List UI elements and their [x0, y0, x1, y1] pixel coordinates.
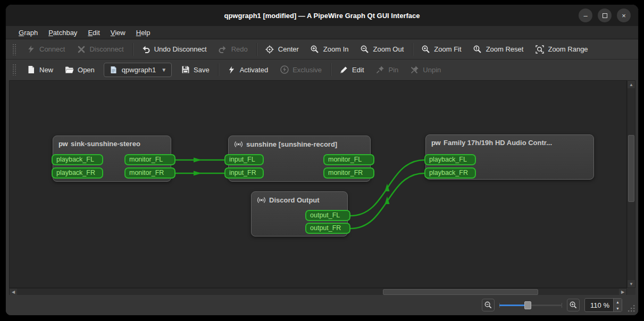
- exclusive-button[interactable]: Exclusive: [274, 62, 328, 78]
- port-monitor-fl[interactable]: monitor_FL: [124, 154, 175, 165]
- statusbar-zoom-in-button[interactable]: [567, 299, 580, 311]
- zoom-percent-value: 110 %: [585, 301, 613, 309]
- zoom-in-button[interactable]: Zoom In: [305, 41, 355, 57]
- pipewire-icon: pw: [58, 140, 68, 148]
- edit-button[interactable]: Edit: [333, 62, 370, 78]
- zoom-reset-button[interactable]: Zoom Reset: [467, 41, 530, 57]
- port-playback-fl[interactable]: playback_FL: [52, 154, 103, 165]
- audio-stream-icon: [257, 196, 266, 205]
- disconnect-icon: [77, 45, 86, 54]
- chevron-down-icon: ▼: [161, 67, 166, 73]
- pin-button[interactable]: Pin: [370, 62, 405, 78]
- redo-label: Redo: [231, 45, 248, 53]
- activated-button[interactable]: Activated: [221, 62, 274, 78]
- zoom-slider[interactable]: [499, 299, 562, 311]
- port-playback-fr[interactable]: playback_FR: [424, 167, 476, 179]
- unpin-button[interactable]: Unpin: [404, 62, 447, 78]
- connect-label: Connect: [39, 45, 65, 53]
- graph-canvas[interactable]: pw sink-sunshine-stereo sunshine [sunshi…: [9, 80, 627, 288]
- menu-view[interactable]: View: [105, 27, 131, 38]
- save-button[interactable]: Save: [175, 62, 215, 78]
- connect-icon: [27, 45, 36, 54]
- zoom-slider-handle[interactable]: [524, 301, 531, 309]
- toolbar-drag-handle[interactable]: [12, 64, 16, 75]
- port-input-fr[interactable]: input_FR: [224, 167, 264, 179]
- port-playback-fl[interactable]: playback_FL: [424, 154, 476, 165]
- toolbar-drag-handle[interactable]: [12, 44, 16, 55]
- audio-stream-icon: [234, 140, 243, 149]
- menu-patchbay[interactable]: Patchbay: [43, 27, 82, 38]
- minimize-button[interactable]: –: [579, 9, 592, 22]
- zoom-fit-icon: [421, 45, 430, 54]
- exclusive-label: Exclusive: [292, 66, 322, 74]
- port-monitor-fr[interactable]: monitor_FR: [323, 167, 374, 179]
- zoom-in-icon: [570, 301, 578, 309]
- center-button[interactable]: Center: [260, 41, 305, 57]
- node-title: pw sink-sunshine-stereo: [53, 136, 171, 148]
- port-playback-fr[interactable]: playback_FR: [52, 167, 103, 179]
- disconnect-button[interactable]: Disconnect: [71, 41, 129, 57]
- node-title-text: Discord Output: [269, 196, 320, 204]
- statusbar-zoom-out-button[interactable]: [482, 299, 495, 311]
- maximize-icon: [603, 13, 607, 18]
- titlebar[interactable]: qpwgraph1 [modified] — A PipeWire Graph …: [6, 5, 638, 26]
- connections-layer: [10, 81, 626, 288]
- window-title: qpwgraph1 [modified] — A PipeWire Graph …: [224, 12, 420, 20]
- vertical-scroll-thumb[interactable]: [628, 135, 634, 202]
- edit-pencil-icon: [339, 65, 348, 74]
- edit-label: Edit: [352, 66, 364, 74]
- patchbay-profile-combo[interactable]: qpwgraph1 ▼: [104, 63, 172, 77]
- zoom-range-button[interactable]: Zoom Range: [529, 41, 593, 57]
- zoom-range-icon: [535, 45, 544, 54]
- zoom-percent-spinbox[interactable]: 110 % ▲ ▼: [584, 298, 622, 312]
- close-button[interactable]: ×: [617, 9, 631, 22]
- node-title-text: Family 17h/19h HD Audio Contr...: [444, 139, 552, 147]
- activated-bolt-icon: [227, 65, 236, 74]
- redo-button[interactable]: Redo: [213, 41, 254, 57]
- spin-up-button[interactable]: ▲: [614, 299, 622, 305]
- activated-label: Activated: [240, 66, 268, 74]
- menu-edit[interactable]: Edit: [82, 27, 105, 38]
- undo-label: Undo Disconnect: [154, 45, 207, 53]
- port-monitor-fl[interactable]: monitor_FL: [323, 154, 374, 165]
- patchbay-toolbar: New Open qpwgraph1 ▼ Save Ac: [6, 60, 638, 80]
- redo-icon: [219, 45, 228, 54]
- toolbar-separator: [218, 63, 219, 76]
- unpin-label: Unpin: [423, 66, 441, 74]
- graph-toolbar: Connect Disconnect Undo Disconnect Redo: [6, 39, 638, 60]
- scroll-down-button[interactable]: ▼: [628, 280, 635, 288]
- port-output-fl[interactable]: output_FL: [305, 210, 350, 221]
- new-button[interactable]: New: [21, 62, 59, 78]
- zoom-reset-icon: [473, 45, 482, 54]
- vertical-scrollbar[interactable]: ▲ ▼: [627, 80, 635, 288]
- undo-disconnect-button[interactable]: Undo Disconnect: [136, 41, 213, 57]
- node-title-text: sink-sunshine-stereo: [71, 140, 140, 148]
- zoom-slider-fill: [499, 305, 527, 306]
- pipewire-icon: pw: [431, 139, 440, 147]
- connect-button[interactable]: Connect: [21, 41, 71, 57]
- spin-down-button[interactable]: ▼: [614, 305, 622, 311]
- graph-view: pw sink-sunshine-stereo sunshine [sunshi…: [9, 80, 635, 296]
- menu-help[interactable]: Help: [131, 27, 156, 38]
- patchbay-profile-value: qpwgraph1: [122, 66, 156, 74]
- toolbar-separator: [256, 43, 257, 56]
- zoom-out-icon: [361, 45, 370, 54]
- exclusive-icon: [280, 65, 289, 74]
- resize-grip-icon[interactable]: [628, 305, 635, 312]
- port-monitor-fr[interactable]: monitor_FR: [124, 167, 175, 179]
- zoom-fit-button[interactable]: Zoom Fit: [415, 41, 467, 57]
- node-title: pw Family 17h/19h HD Audio Contr...: [426, 135, 593, 147]
- menu-graph[interactable]: Graph: [13, 27, 43, 38]
- zoom-fit-label: Zoom Fit: [434, 45, 461, 53]
- open-label: Open: [78, 66, 95, 74]
- horizontal-scroll-thumb[interactable]: [383, 289, 538, 295]
- zoom-out-button[interactable]: Zoom Out: [355, 41, 410, 57]
- toolbar-separator: [132, 43, 133, 56]
- port-input-fl[interactable]: input_FL: [224, 154, 264, 165]
- scroll-up-button[interactable]: ▲: [628, 81, 635, 88]
- port-output-fr[interactable]: output_FR: [305, 223, 350, 234]
- open-button[interactable]: Open: [59, 62, 101, 78]
- center-label: Center: [278, 45, 299, 53]
- maximize-button[interactable]: [598, 9, 612, 22]
- qpwgraph-window: qpwgraph1 [modified] — A PipeWire Graph …: [5, 4, 639, 316]
